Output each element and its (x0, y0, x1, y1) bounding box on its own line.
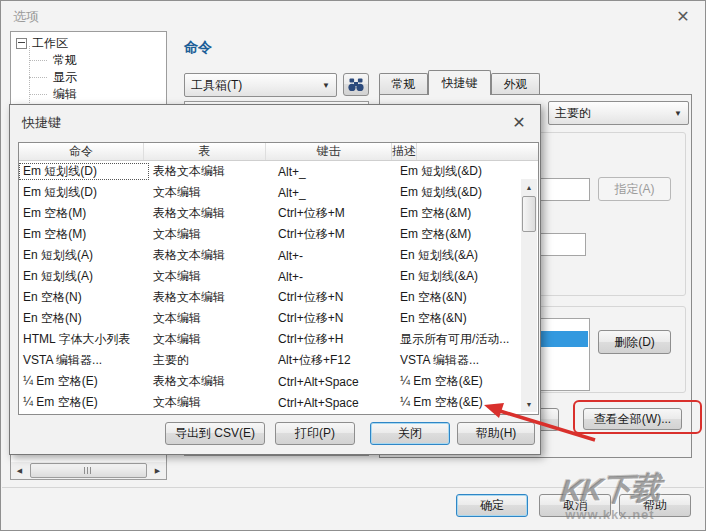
cell-command: Em 空格(M) (19, 226, 149, 243)
table-row[interactable]: Em 短划线(D) 表格文本编辑 Alt+_ Em 短划线(&D) (19, 161, 538, 182)
dialog-title: 快捷键 (22, 114, 61, 132)
cell-description: ¼ Em 空格(&E) (396, 373, 522, 390)
cell-table: 文本编辑 (149, 268, 274, 285)
shortcut-table-select[interactable]: 主要的 ▼ (548, 101, 689, 125)
table-header-row: 命令 表 键击 描述 (19, 143, 538, 161)
tree-item-label: 工作区 (32, 35, 68, 52)
table-row[interactable]: ¼ Em 空格(E) 表格文本编辑 Ctrl+Alt+Space ¼ Em 空格… (19, 371, 538, 392)
cell-table: 主要的 (149, 352, 274, 369)
footer-divider (2, 487, 704, 488)
table-vertical-scrollbar[interactable]: ▲ ▼ (521, 179, 537, 412)
tree-horizontal-scrollbar[interactable]: ◀ ▶ (11, 462, 166, 479)
tree-item[interactable]: 显示 (11, 69, 166, 86)
view-all-button[interactable]: 查看全部(W)... (583, 408, 682, 430)
commands-heading: 命令 (184, 39, 212, 57)
tree-item[interactable]: 编辑 (11, 86, 166, 103)
table-row[interactable]: En 空格(N) 文本编辑 Ctrl+位移+N En 空格(&N) (19, 308, 538, 329)
column-header-label: 命令 (69, 143, 93, 160)
print-button[interactable]: 打印(P) (275, 422, 355, 445)
command-category-select[interactable]: 工具箱(T) ▼ (184, 73, 337, 97)
cell-keystroke: Ctrl+Alt+Space (274, 375, 396, 389)
column-header[interactable]: 表 (144, 143, 266, 160)
scroll-up-icon[interactable]: ▲ (521, 179, 537, 195)
scroll-right-icon[interactable]: ▶ (149, 462, 166, 479)
tree-item-label: 常规 (53, 52, 77, 69)
help-button[interactable]: 帮助 (619, 494, 691, 517)
table-row[interactable]: En 短划线(A) 表格文本编辑 Alt+- En 短划线(&A) (19, 245, 538, 266)
cancel-button[interactable]: 取消 (539, 494, 611, 517)
table-row[interactable]: ¼ Em 空格(E) 文本编辑 Ctrl+Alt+Space ¼ Em 空格(&… (19, 392, 538, 413)
column-header[interactable]: 描述 (392, 143, 417, 160)
column-header-label: 键击 (317, 143, 341, 160)
cell-command: ¼ Em 空格(E) (19, 373, 149, 390)
shortcut-table-value: 主要的 (555, 105, 591, 122)
cell-description: Em 空格(&M) (396, 226, 522, 243)
dialog-close-icon[interactable]: ✕ (506, 111, 532, 133)
table-body: Em 短划线(D) 表格文本编辑 Alt+_ Em 短划线(&D) Em 短划线… (19, 161, 538, 413)
cell-table: 表格文本编辑 (149, 289, 274, 306)
tab-label: 常规 (392, 76, 416, 93)
tab-label: 外观 (504, 76, 528, 93)
cell-keystroke: Alt+- (274, 270, 396, 284)
find-command-button[interactable] (343, 73, 369, 96)
cell-description: En 空格(&N) (396, 289, 522, 306)
cell-keystroke: Ctrl+位移+H (274, 331, 396, 348)
command-category-value: 工具箱(T) (191, 77, 242, 94)
cell-description: En 短划线(&A) (396, 268, 522, 285)
table-rows: Em 短划线(D) 表格文本编辑 Alt+_ Em 短划线(&D) Em 短划线… (19, 161, 538, 413)
scroll-down-icon[interactable]: ▼ (521, 396, 537, 412)
cell-description: ¼ Em 空格(&E) (396, 394, 522, 411)
collapse-icon[interactable] (16, 38, 27, 49)
tab[interactable]: 快捷键 (428, 70, 491, 95)
cell-table: 表格文本编辑 (149, 205, 274, 222)
table-row[interactable]: En 短划线(A) 文本编辑 Alt+- En 短划线(&A) (19, 266, 538, 287)
table-row[interactable]: Em 空格(M) 文本编辑 Ctrl+位移+M Em 空格(&M) (19, 224, 538, 245)
cell-description: Em 短划线(&D) (396, 184, 522, 201)
thumb-grip-icon (84, 467, 93, 474)
close-button[interactable]: 关闭 (370, 422, 450, 445)
cell-keystroke: Alt+_ (274, 165, 396, 179)
table-row[interactable]: HTML 字体大小列表 文本编辑 Ctrl+位移+H 显示所有可用/活动... (19, 329, 538, 350)
scrollbar-thumb[interactable] (522, 196, 536, 232)
cell-command: Em 短划线(D) (19, 163, 149, 180)
tree-item-label: 编辑 (53, 86, 77, 103)
cell-keystroke: Alt+- (274, 249, 396, 263)
tree-item[interactable]: 工作区 (11, 35, 166, 52)
table-row[interactable]: VSTA 编辑器... 主要的 Alt+位移+F12 VSTA 编辑器... (19, 350, 538, 371)
cell-table: 文本编辑 (149, 310, 274, 327)
cell-table: 文本编辑 (149, 331, 274, 348)
binoculars-icon (348, 78, 364, 92)
cell-table: 表格文本编辑 (149, 247, 274, 264)
cell-keystroke: Ctrl+Alt+Space (274, 396, 396, 410)
cell-description: Em 空格(&M) (396, 205, 522, 222)
cell-command: En 短划线(A) (19, 247, 149, 264)
cell-keystroke: Ctrl+位移+N (274, 289, 396, 306)
column-header[interactable]: 命令 (19, 143, 144, 160)
table-row[interactable]: En 空格(N) 表格文本编辑 Ctrl+位移+N En 空格(&N) (19, 287, 538, 308)
scrollbar-thumb[interactable] (30, 463, 147, 478)
scroll-left-icon[interactable]: ◀ (11, 462, 28, 479)
cell-description: En 空格(&N) (396, 310, 522, 327)
delete-button[interactable]: 删除(D) (598, 330, 671, 354)
cell-command: En 空格(N) (19, 310, 149, 327)
cell-description: Em 短划线(&D) (396, 163, 522, 180)
chevron-down-icon: ▼ (674, 109, 682, 118)
tree-item-label: 显示 (53, 69, 77, 86)
table-row[interactable]: Em 空格(M) 表格文本编辑 Ctrl+位移+M Em 空格(&M) (19, 203, 538, 224)
tab[interactable]: 常规 (379, 73, 428, 95)
dialog-help-button[interactable]: 帮助(H) (457, 422, 535, 445)
column-header[interactable]: 键击 (266, 143, 392, 160)
close-icon[interactable]: ✕ (671, 5, 695, 27)
cell-command: Em 空格(M) (19, 205, 149, 222)
scrollbar-track[interactable] (521, 233, 537, 396)
tree-item[interactable]: 常规 (11, 52, 166, 69)
ok-button[interactable]: 确定 (456, 494, 528, 517)
export-csv-button[interactable]: 导出到 CSV(E) (165, 422, 265, 445)
tab[interactable]: 外观 (491, 73, 540, 95)
assign-button[interactable]: 指定(A) (598, 177, 671, 201)
table-row[interactable]: Em 短划线(D) 文本编辑 Alt+_ Em 短划线(&D) (19, 182, 538, 203)
shortcut-table: 命令 表 键击 描述 Em 短划线(D) 表格文本编辑 Alt+_ (18, 142, 539, 415)
cell-keystroke: Ctrl+位移+N (274, 310, 396, 327)
cell-description: VSTA 编辑器... (396, 352, 522, 369)
column-header-label: 表 (199, 143, 211, 160)
